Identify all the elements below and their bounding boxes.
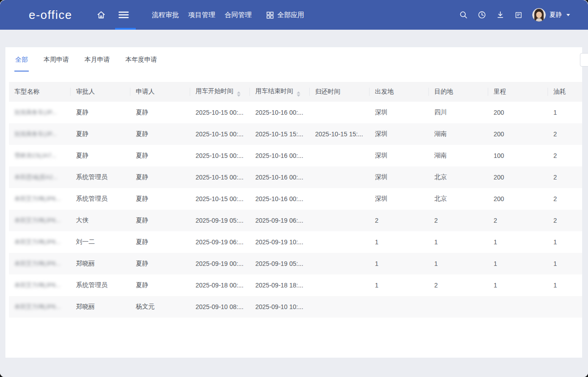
home-button[interactable] <box>96 10 106 20</box>
table-cell <box>488 296 548 318</box>
column-header[interactable]: 用车开始时间 <box>190 82 250 102</box>
vehicle-usage-table: 车型名称审批人申请人用车开始时间用车结束时间归还时间出发地目的地里程油耗 别克商… <box>9 82 582 318</box>
vehicle-name-blurred: 本田艾力绅(JP6... <box>14 260 61 267</box>
tab-this-month[interactable]: 本月申请 <box>84 55 111 72</box>
tab-this-week[interactable]: 本周申请 <box>43 55 70 72</box>
table-cell: 100 <box>488 145 548 166</box>
table-row[interactable]: 本田艾力绅(JP6...系统管理员夏静2025-09-18 00:...2025… <box>9 274 582 296</box>
vehicle-usage-table-wrap: 车型名称审批人申请人用车开始时间用车结束时间归还时间出发地目的地里程油耗 别克商… <box>9 82 582 318</box>
table-row[interactable]: 本田艾力绅(JP6...系统管理员夏静2025-10-15 00:...2025… <box>9 188 582 210</box>
table-row[interactable]: 本田艾力绅(JP6...郑晓丽杨文元2025-09-10 08:...2025-… <box>9 296 582 318</box>
table-cell: 2025-09-10 08:... <box>190 296 250 318</box>
notes-button[interactable] <box>514 11 523 19</box>
all-apps-button[interactable]: 全部应用 <box>266 11 304 19</box>
nav-item-project-management[interactable]: 项目管理 <box>188 0 215 30</box>
table-cell: 2 <box>429 210 488 231</box>
vehicle-name-blurred: 本田艾力绅(JP6... <box>14 303 61 310</box>
table-cell: 1 <box>429 253 488 274</box>
table-cell: 200 <box>488 123 548 145</box>
table-cell <box>429 296 488 318</box>
table-cell: 夏静 <box>130 123 190 145</box>
vehicle-name-blurred: 本田艾力绅(JP6... <box>14 195 61 202</box>
column-header[interactable]: 用车结束时间 <box>250 82 310 102</box>
table-cell: 1 <box>370 231 429 253</box>
sort-icon[interactable] <box>297 91 300 97</box>
table-cell: 系统管理员 <box>71 188 130 210</box>
table-cell: 夏静 <box>130 145 190 166</box>
vehicle-name-blurred: 别克商务车(JP... <box>14 109 57 116</box>
sort-icon[interactable] <box>237 91 241 97</box>
table-cell: 1 <box>548 102 582 123</box>
table-row[interactable]: 雪铁龙C5(JA7...夏静夏静2025-10-15 00:...2025-10… <box>9 145 582 166</box>
table-cell: 夏静 <box>71 102 130 123</box>
table-cell <box>310 188 370 210</box>
column-header-label: 用车开始时间 <box>196 87 233 94</box>
table-cell <box>310 210 370 231</box>
column-header: 出发地 <box>370 82 429 102</box>
table-cell: 北京 <box>429 166 488 188</box>
table-cell: 2025-10-15 00:... <box>190 123 250 145</box>
table-header-row: 车型名称审批人申请人用车开始时间用车结束时间归还时间出发地目的地里程油耗 <box>9 82 582 102</box>
table-cell <box>310 102 370 123</box>
table-cell: 本田艾力绅(JP6... <box>9 253 71 274</box>
user-menu[interactable]: 夏静 <box>532 8 570 22</box>
table-cell: 夏静 <box>130 253 190 274</box>
nav-item-contract-management[interactable]: 合同管理 <box>225 0 252 30</box>
table-row[interactable]: 别克商务车(JP...夏静夏静2025-10-15 00:...2025-10-… <box>9 102 582 123</box>
table-cell: 深圳 <box>370 123 429 145</box>
column-header: 里程 <box>488 82 548 102</box>
table-cell: 2025-10-15 15:... <box>250 123 310 145</box>
table-cell: 夏静 <box>71 145 130 166</box>
table-cell: 大侠 <box>71 210 130 231</box>
download-button[interactable] <box>496 10 505 19</box>
tab-all[interactable]: 全部 <box>14 55 29 72</box>
page-content: 全部 本周申请 本月申请 本年度申请 车型名称审批人申请人用车开始时间用车结束时… <box>0 30 588 377</box>
table-cell: 2025-09-10 10:... <box>250 296 310 318</box>
table-row[interactable]: 本田艾力绅(JP6...刘一二夏静2025-09-19 06:...2025-0… <box>9 231 582 253</box>
recent-history-button[interactable] <box>477 10 486 19</box>
table-row[interactable]: 别克商务车(JP...夏静夏静2025-10-15 00:...2025-10-… <box>9 123 582 145</box>
apps-grid-icon <box>266 11 274 19</box>
table-cell: 夏静 <box>130 166 190 188</box>
list-card: 全部 本周申请 本月申请 本年度申请 车型名称审批人申请人用车开始时间用车结束时… <box>5 47 582 358</box>
search-icon <box>459 10 468 19</box>
table-cell: 郑晓丽 <box>71 253 130 274</box>
document-icon <box>514 11 523 19</box>
top-navbar: e-office 流程审批 项目管理 合同管理 <box>0 0 588 30</box>
column-header: 目的地 <box>429 82 488 102</box>
avatar <box>532 8 546 22</box>
vehicle-name-blurred: 本田艾力绅(JP6... <box>14 217 61 224</box>
navbar-actions: 夏静 <box>459 8 588 22</box>
table-cell <box>310 296 370 318</box>
app-window: e-office 流程审批 项目管理 合同管理 <box>0 0 588 377</box>
download-icon <box>496 10 505 19</box>
table-row[interactable]: 本田艾力绅(JP6...郑晓丽夏静2025-09-19 00:...2025-0… <box>9 253 582 274</box>
home-icon <box>96 10 106 20</box>
search-button[interactable] <box>459 10 468 19</box>
table-cell: 深圳 <box>370 166 429 188</box>
table-cell <box>310 274 370 296</box>
table-cell: 1 <box>548 253 582 274</box>
table-cell: 2025-10-16 00:... <box>250 145 310 166</box>
table-cell: 2025-09-18 00:... <box>190 274 250 296</box>
table-cell: 深圳 <box>370 145 429 166</box>
side-float-widget[interactable] <box>580 53 588 67</box>
table-cell: 夏静 <box>130 210 190 231</box>
table-cell: 系统管理员 <box>71 166 130 188</box>
table-row[interactable]: 本田艾力绅(JP6...大侠夏静2025-09-19 05:...2025-09… <box>9 210 582 231</box>
table-cell: 1 <box>370 274 429 296</box>
main-menu-button[interactable] <box>118 10 129 20</box>
table-cell: 系统管理员 <box>71 274 130 296</box>
column-header-label: 目的地 <box>434 88 453 95</box>
column-header-label: 审批人 <box>76 88 95 95</box>
nav-item-process-approval[interactable]: 流程审批 <box>152 0 179 30</box>
table-cell: 深圳 <box>370 102 429 123</box>
tab-this-year[interactable]: 本年度申请 <box>125 55 158 72</box>
table-cell: 2025-10-15 00:... <box>190 102 250 123</box>
table-cell: 2025-09-19 05:... <box>190 210 250 231</box>
table-row[interactable]: 本田思域(原A2...系统管理员夏静2025-10-15 00:...2025-… <box>9 166 582 188</box>
table-cell: 2025-09-19 00:... <box>190 253 250 274</box>
table-cell: 本田艾力绅(JP6... <box>9 296 71 318</box>
vehicle-name-blurred: 别克商务车(JP... <box>14 130 57 137</box>
table-cell: 200 <box>488 188 548 210</box>
